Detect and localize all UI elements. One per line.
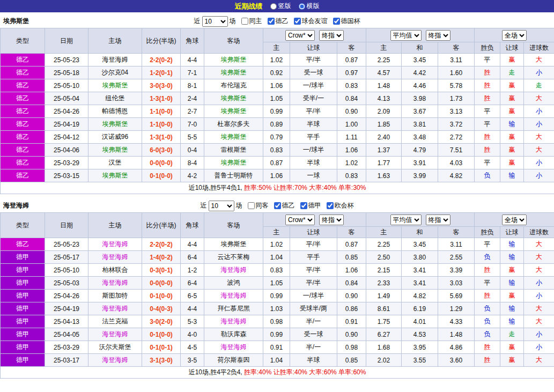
column-subheader: 主 [366, 42, 402, 54]
avg-away-odds: 4.86 [438, 341, 475, 354]
filter-checkbox-input[interactable] [333, 18, 340, 25]
away-team[interactable]: 海登海姆 [204, 341, 263, 354]
match-row: 德乙25-05-04纽伦堡1-3(1-0)2-4埃弗斯堡1.05受半/一0.84… [1, 92, 554, 105]
avg-away-odds: 3.39 [438, 264, 475, 277]
score: 1-3(1-0) [142, 131, 181, 144]
home-odds: 1.04 [263, 354, 290, 367]
avg-draw-odds: 6.19 [402, 302, 438, 315]
summary-row: 近10场,胜5平4负1, 胜率:50% 让胜率:70% 大率:40% 单率:30… [1, 182, 554, 194]
match-count-select[interactable]: 10 [209, 201, 234, 211]
filter-checkbox-input[interactable] [294, 18, 301, 25]
avg-home-odds: 1.37 [366, 144, 402, 157]
column-subheader: 让球 [500, 227, 524, 238]
column-subheader: 让球 [500, 42, 524, 54]
average-select[interactable]: 平均值 [390, 215, 422, 225]
away-team[interactable]: 海登海姆 [204, 315, 263, 328]
avg-stage-select[interactable]: 终指 [426, 30, 450, 41]
score: 0-1(0-0) [142, 169, 181, 182]
layout-option-horizontal[interactable]: 横版 [299, 2, 320, 11]
column-header: 类型 [1, 28, 45, 54]
home-team[interactable]: 埃弗斯堡 [88, 144, 142, 157]
match-row: 德甲25-04-13法兰克福3-0(2-0)5-3海登海姆0.98半/一0.91… [1, 315, 554, 328]
avg-away-odds: 5.69 [438, 290, 475, 302]
away-team[interactable]: 埃弗斯堡 [204, 131, 263, 144]
corner-score: 4-4 [181, 238, 204, 251]
home-team[interactable]: 海登海姆 [88, 302, 142, 315]
filter-checkbox-2[interactable]: 球会友谊 [294, 17, 328, 26]
handicap: 受一球 [290, 328, 337, 341]
filter-checkbox-input[interactable] [300, 202, 307, 209]
league-badge: 德甲 [1, 277, 45, 290]
home-team[interactable]: 海登海姆 [88, 354, 142, 367]
home-team[interactable]: 海登海姆 [88, 328, 142, 341]
horizontal-layout-radio[interactable] [299, 3, 305, 10]
corner-score: 4-0 [181, 328, 204, 341]
home-team: 汉堡 [88, 157, 142, 169]
bookmaker-select[interactable]: Crow* [285, 215, 315, 225]
match-date: 25-05-23 [45, 238, 88, 251]
away-team[interactable]: 埃弗斯堡 [204, 105, 263, 118]
average-select[interactable]: 平均值 [390, 30, 422, 41]
home-team[interactable]: 海登海姆 [88, 251, 142, 264]
home-odds: 0.98 [263, 315, 290, 328]
filter-checkbox-1[interactable]: 德乙 [268, 17, 289, 26]
away-team[interactable]: 埃弗斯堡 [204, 92, 263, 105]
home-team[interactable]: 海登海姆 [88, 238, 142, 251]
vertical-layout-radio[interactable] [270, 3, 277, 10]
column-subheader: 进球数 [524, 42, 554, 54]
away-team[interactable]: 海登海姆 [204, 290, 263, 302]
column-subheader: 和 [402, 42, 438, 54]
away-team[interactable]: 埃弗斯堡 [204, 66, 263, 79]
scope-select[interactable]: 全场 [502, 215, 527, 225]
home-team[interactable]: 埃弗斯堡 [88, 118, 142, 131]
result-goals: 大 [524, 354, 554, 367]
column-subheader: 胜负 [475, 42, 500, 54]
score: 0-1(0-0) [142, 328, 181, 341]
layout-option-vertical[interactable]: 竖版 [270, 2, 291, 11]
filter-checkbox-input[interactable] [327, 202, 334, 209]
column-header: 客场 [204, 28, 263, 54]
home-team[interactable]: 埃弗斯堡 [88, 79, 142, 92]
match-count-select[interactable]: 10 [202, 16, 228, 27]
result-goals: 大 [524, 315, 554, 328]
scope-select[interactable]: 全场 [502, 30, 527, 41]
handicap: 半/一 [290, 341, 337, 354]
avg-stage-select[interactable]: 终指 [426, 215, 450, 225]
away-team[interactable]: 海登海姆 [204, 264, 263, 277]
column-header: 日期 [45, 213, 88, 238]
filter-checkbox-input[interactable] [248, 202, 255, 209]
result-outcome: 负 [475, 251, 500, 264]
away-team[interactable]: 埃弗斯堡 [204, 157, 263, 169]
away-odds: 0.85 [337, 251, 366, 264]
filter-checkbox-input[interactable] [274, 202, 281, 209]
filter-checkbox-2[interactable]: 德甲 [300, 201, 321, 210]
filter-checkbox-3[interactable]: 欧会杯 [327, 201, 354, 210]
away-team[interactable]: 埃弗斯堡 [204, 54, 263, 66]
handicap: 平/半 [290, 277, 337, 290]
handicap: 半球 [290, 354, 337, 367]
bookmaker-select[interactable]: Crow* [285, 30, 315, 41]
match-row: 德甲25-05-10柏林联合0-3(0-1)1-2海登海姆0.83平/半1.06… [1, 264, 554, 277]
result-goals: 大 [524, 302, 554, 315]
filter-checkbox-0[interactable]: 同客 [248, 201, 269, 210]
filter-checkbox-1[interactable]: 德乙 [274, 201, 295, 210]
result-handicap: 输 [500, 118, 524, 131]
match-row: 德乙25-05-23海登海姆2-2(0-2)4-4埃弗斯堡1.02平/半0.87… [1, 238, 554, 251]
filter-checkbox-input[interactable] [268, 18, 275, 25]
filter-checkbox-0[interactable]: 同主 [241, 17, 262, 26]
column-header: 角球 [181, 28, 204, 54]
home-team[interactable]: 海登海姆 [88, 277, 142, 290]
league-badge: 德乙 [1, 118, 45, 131]
home-team: 法兰克福 [88, 315, 142, 328]
filter-checkbox-input[interactable] [241, 18, 248, 25]
away-odds: 1.02 [337, 157, 366, 169]
away-team: 布伦瑞克 [204, 79, 263, 92]
home-team[interactable]: 埃弗斯堡 [88, 169, 142, 182]
home-team: 斯图加特 [88, 290, 142, 302]
match-row: 德乙25-04-12汉诺威961-3(1-0)5-5埃弗斯堡0.79平手1.11… [1, 131, 554, 144]
odds-stage-select[interactable]: 终指 [319, 215, 344, 225]
odds-stage-select[interactable]: 终指 [319, 30, 344, 41]
result-outcome: 胜 [475, 79, 500, 92]
away-odds: 0.87 [337, 238, 366, 251]
filter-checkbox-3[interactable]: 德国杯 [333, 17, 360, 26]
